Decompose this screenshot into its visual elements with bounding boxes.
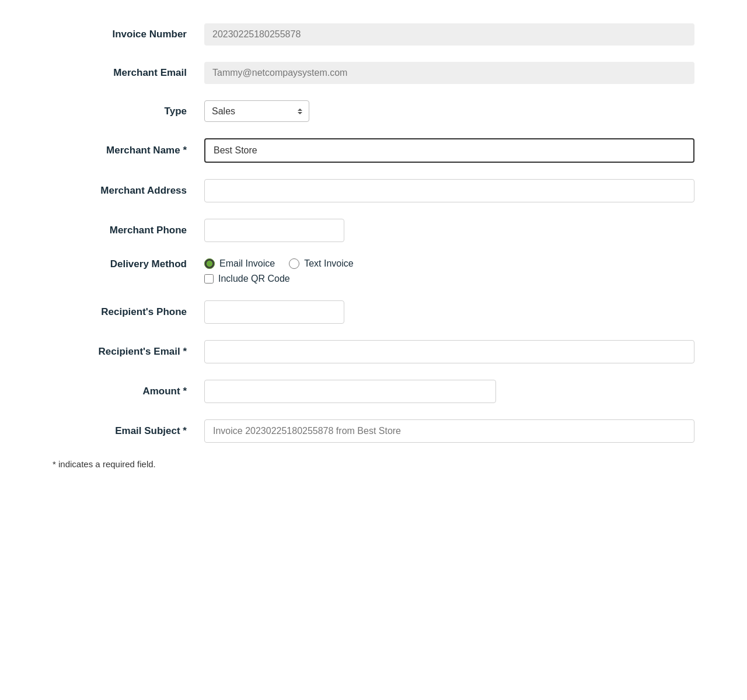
invoice-number-input[interactable]	[204, 23, 694, 46]
recipients-email-field	[204, 340, 694, 363]
merchant-address-field	[204, 179, 694, 202]
amount-label: Amount *	[53, 386, 204, 397]
email-subject-row: Email Subject *	[53, 419, 694, 443]
invoice-number-field	[204, 23, 694, 46]
recipients-phone-label: Recipient's Phone	[53, 306, 204, 318]
recipients-email-label: Recipient's Email *	[53, 346, 204, 358]
merchant-name-input[interactable]	[204, 138, 694, 163]
merchant-name-label: Merchant Name *	[53, 145, 204, 156]
recipients-phone-input[interactable]	[204, 300, 344, 324]
amount-field	[204, 380, 694, 403]
type-label: Type	[53, 106, 204, 117]
invoice-number-label: Invoice Number	[53, 29, 204, 40]
merchant-email-field	[204, 62, 694, 84]
merchant-name-field	[204, 138, 694, 163]
delivery-method-row: Delivery Method Email Invoice Text Invoi…	[53, 258, 694, 284]
delivery-method-field: Email Invoice Text Invoice Include QR Co…	[204, 258, 694, 284]
type-row: Type Sales Service Other	[53, 100, 694, 122]
merchant-name-row: Merchant Name *	[53, 138, 694, 163]
text-invoice-option[interactable]: Text Invoice	[289, 258, 353, 269]
merchant-phone-row: Merchant Phone	[53, 219, 694, 242]
merchant-phone-label: Merchant Phone	[53, 225, 204, 236]
include-qr-code-checkbox[interactable]	[204, 274, 214, 284]
invoice-number-row: Invoice Number	[53, 23, 694, 46]
amount-input[interactable]	[204, 380, 496, 403]
email-invoice-radio[interactable]	[204, 258, 215, 269]
email-subject-label: Email Subject *	[53, 425, 204, 437]
required-note: * indicates a required field.	[53, 459, 694, 469]
recipients-email-input[interactable]	[204, 340, 694, 363]
delivery-method-label: Delivery Method	[53, 258, 204, 270]
include-qr-code-option[interactable]: Include QR Code	[204, 274, 694, 284]
merchant-email-row: Merchant Email	[53, 62, 694, 84]
merchant-address-row: Merchant Address	[53, 179, 694, 202]
recipients-phone-row: Recipient's Phone	[53, 300, 694, 324]
amount-row: Amount *	[53, 380, 694, 403]
text-invoice-label: Text Invoice	[304, 258, 353, 269]
email-subject-input[interactable]	[204, 419, 694, 443]
delivery-radio-row: Email Invoice Text Invoice	[204, 258, 694, 269]
recipients-phone-field	[204, 300, 694, 324]
recipients-email-row: Recipient's Email *	[53, 340, 694, 363]
text-invoice-radio[interactable]	[289, 258, 299, 269]
merchant-phone-field	[204, 219, 694, 242]
include-qr-code-label: Include QR Code	[218, 274, 290, 284]
type-select[interactable]: Sales Service Other	[204, 100, 309, 122]
merchant-phone-input[interactable]	[204, 219, 344, 242]
invoice-form: Invoice Number Merchant Email Type Sales…	[53, 23, 694, 469]
merchant-address-label: Merchant Address	[53, 185, 204, 197]
type-field: Sales Service Other	[204, 100, 694, 122]
email-invoice-label: Email Invoice	[219, 258, 275, 269]
merchant-email-label: Merchant Email	[53, 67, 204, 79]
merchant-address-input[interactable]	[204, 179, 694, 202]
merchant-email-input[interactable]	[204, 62, 694, 84]
email-invoice-option[interactable]: Email Invoice	[204, 258, 275, 269]
email-subject-field	[204, 419, 694, 443]
